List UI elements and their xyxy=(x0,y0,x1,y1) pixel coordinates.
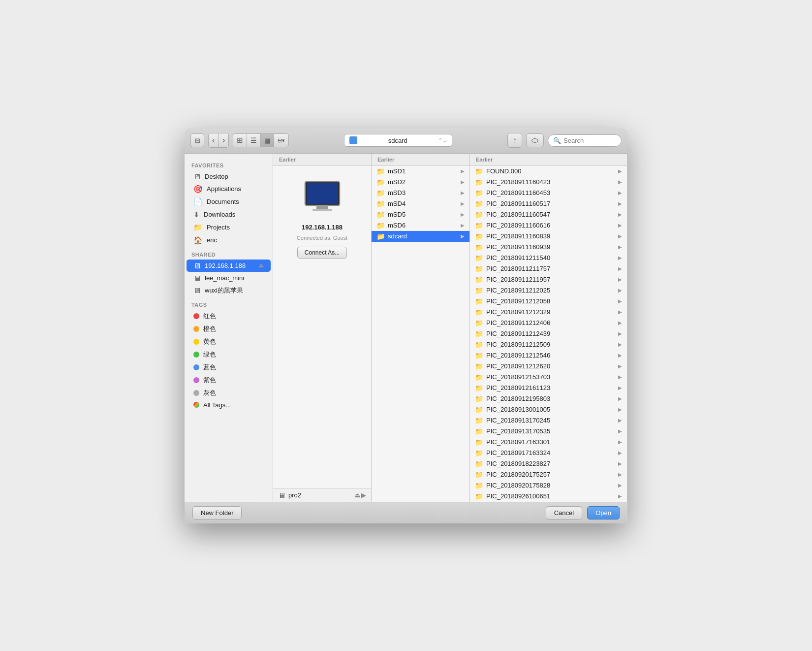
folder-row-mSD6[interactable]: 📁 mSD6 ▶ xyxy=(372,220,469,231)
folder-row-PIC_20180911211957[interactable]: 📁 PIC_20180911211957 ▶ xyxy=(470,274,627,285)
folder-row-FOUND.000[interactable]: 📁 FOUND.000 ▶ xyxy=(470,166,627,177)
folder-row-PIC_20180913170535[interactable]: 📁 PIC_20180913170535 ▶ xyxy=(470,426,627,437)
folder-row-PIC_20180911212546[interactable]: 📁 PIC_20180911212546 ▶ xyxy=(470,350,627,361)
sidebar-item-192[interactable]: 🖥 192.168.1.188 ⏏ xyxy=(187,260,271,272)
folder-row-sdcard[interactable]: 📁 sdcard ▶ xyxy=(372,231,469,242)
folder-row-PIC_20180911160939[interactable]: 📁 PIC_20180911160939 ▶ xyxy=(470,242,627,253)
chevron-icon-PIC_20180911160939: ▶ xyxy=(618,244,622,250)
folder-row-PIC_20180911212439[interactable]: 📁 PIC_20180911212439 ▶ xyxy=(470,328,627,339)
sidebar-item-tag-purple[interactable]: 紫色 xyxy=(187,374,271,387)
folder-row-PIC_20180911212620[interactable]: 📁 PIC_20180911212620 ▶ xyxy=(470,361,627,372)
folder-row-PIC_20180912195803[interactable]: 📁 PIC_20180912195803 ▶ xyxy=(470,393,627,404)
gray-dot-icon xyxy=(193,390,199,396)
sidebar-item-wuxi-label: wuxi的黑苹果 xyxy=(205,286,243,295)
search-bar[interactable]: 🔍 xyxy=(548,134,622,147)
folder-row-mSD1[interactable]: 📁 mSD1 ▶ xyxy=(372,166,469,177)
folder-icon-sdcard: 📁 xyxy=(376,232,385,240)
folder-icon-PIC_20180911212025: 📁 xyxy=(475,287,483,294)
sidebar-item-tag-all[interactable]: All Tags... xyxy=(187,399,271,411)
chevron-icon-mSD3: ▶ xyxy=(461,190,465,195)
folder-row-mSD2[interactable]: 📁 mSD2 ▶ xyxy=(372,177,469,188)
sidebar-item-documents[interactable]: 📄 Documents xyxy=(187,195,271,208)
folder-row-PIC_20180911160547[interactable]: 📁 PIC_20180911160547 ▶ xyxy=(470,209,627,220)
folder-label-PIC_20180911160547: PIC_20180911160547 xyxy=(486,211,550,218)
chevron-icon-PIC_20180911211957: ▶ xyxy=(618,277,622,282)
folder-row-PIC_20180911160839[interactable]: 📁 PIC_20180911160839 ▶ xyxy=(470,231,627,242)
icon-view-button[interactable]: ⊞ xyxy=(233,134,247,147)
folder-row-mSD4[interactable]: 📁 mSD4 ▶ xyxy=(372,198,469,209)
folder-row-PIC_20180913001005[interactable]: 📁 PIC_20180913001005 ▶ xyxy=(470,404,627,415)
back-button[interactable]: ‹ xyxy=(209,133,219,147)
sidebar-item-tag-yellow[interactable]: 黄色 xyxy=(187,335,271,348)
folder-row-PIC_20180912161123[interactable]: 📁 PIC_20180912161123 ▶ xyxy=(470,383,627,393)
tag-button[interactable]: ⬭ xyxy=(526,133,544,147)
pro2-label: pro2 xyxy=(288,491,301,499)
folder-row-PIC_20180926100651[interactable]: 📁 PIC_20180926100651 ▶ xyxy=(470,491,627,502)
folder-row-PIC_20180911212058[interactable]: 📁 PIC_20180911212058 ▶ xyxy=(470,296,627,307)
folder-icon-PIC_20180911212329: 📁 xyxy=(475,308,483,316)
folder-row-PIC_20180911160616[interactable]: 📁 PIC_20180911160616 ▶ xyxy=(470,220,627,231)
chevron-icon-PIC_20180918223827: ▶ xyxy=(618,461,622,466)
sidebar-item-eric[interactable]: 🏠 eric xyxy=(187,234,271,247)
share-button[interactable]: ↑ xyxy=(507,133,522,148)
sidebar-item-lee-mac[interactable]: 🖥 lee_mac_mini xyxy=(187,272,271,284)
folder-icon-PIC_20180911212620: 📁 xyxy=(475,362,483,370)
chevron-icon-PIC_20180912153703: ▶ xyxy=(618,374,622,380)
chevron-pro2-icon[interactable]: ▶ xyxy=(361,491,366,499)
folder-row-PIC_20180911211757[interactable]: 📁 PIC_20180911211757 ▶ xyxy=(470,263,627,274)
folder-row-PIC_20180917163324[interactable]: 📁 PIC_20180917163324 ▶ xyxy=(470,448,627,458)
sidebar-item-desktop[interactable]: 🖥 Desktop xyxy=(187,170,271,183)
eject-pro2-icon[interactable]: ⏏ xyxy=(354,491,360,499)
folder-icon-PIC_20180911160839: 📁 xyxy=(475,232,483,240)
chevron-icon-PIC_20180913001005: ▶ xyxy=(618,407,622,412)
folder-row-PIC_20180920175257[interactable]: 📁 PIC_20180920175257 ▶ xyxy=(470,469,627,480)
new-folder-button[interactable]: New Folder xyxy=(192,506,242,520)
sidebar-item-tag-red[interactable]: 红色 xyxy=(187,310,271,323)
chevron-icon-PIC_20180917163324: ▶ xyxy=(618,450,622,456)
folder-row-PIC_20180920175828[interactable]: 📁 PIC_20180920175828 ▶ xyxy=(470,480,627,491)
sidebar-item-downloads[interactable]: ⬇ Downloads xyxy=(187,208,271,221)
location-arrows-icon: ⌃⌄ xyxy=(438,137,447,144)
open-button[interactable]: Open xyxy=(587,506,620,520)
folder-row-PIC_20180911212025[interactable]: 📁 PIC_20180911212025 ▶ xyxy=(470,285,627,296)
footer: New Folder Cancel Open xyxy=(185,502,627,523)
svg-rect-2 xyxy=(316,205,328,209)
pro2-row[interactable]: 🖥 pro2 ⏏ ▶ xyxy=(273,488,371,502)
folder-row-PIC_20180911212509[interactable]: 📁 PIC_20180911212509 ▶ xyxy=(470,339,627,350)
connect-as-button[interactable]: Connect As... xyxy=(297,247,347,259)
folder-label-PIC_20180926100651: PIC_20180926100651 xyxy=(486,492,550,500)
sidebar-item-wuxi[interactable]: 🖥 wuxi的黑苹果 xyxy=(187,284,271,297)
sidebar-item-tag-gray[interactable]: 灰色 xyxy=(187,387,271,399)
folder-row-PIC_20180918223827[interactable]: 📁 PIC_20180918223827 ▶ xyxy=(470,458,627,469)
chevron-icon-PIC_20180913170535: ▶ xyxy=(618,428,622,434)
sidebar-toggle-button[interactable]: ⊟ xyxy=(190,133,204,147)
folder-row-PIC_20180911160453[interactable]: 📁 PIC_20180911160453 ▶ xyxy=(470,188,627,198)
folder-row-PIC_20180911212406[interactable]: 📁 PIC_20180911212406 ▶ xyxy=(470,318,627,328)
folder-row-mSD5[interactable]: 📁 mSD5 ▶ xyxy=(372,209,469,220)
search-input[interactable] xyxy=(563,137,613,144)
folder-row-PIC_20180911211540[interactable]: 📁 PIC_20180911211540 ▶ xyxy=(470,253,627,263)
eject-icon-192[interactable]: ⏏ xyxy=(258,262,264,269)
sidebar-item-applications[interactable]: 🎯 Applications xyxy=(187,183,271,195)
list-view-button[interactable]: ☰ xyxy=(247,134,261,147)
cancel-button[interactable]: Cancel xyxy=(546,506,582,520)
folder-row-PIC_20180913170245[interactable]: 📁 PIC_20180913170245 ▶ xyxy=(470,415,627,426)
folder-row-mSD3[interactable]: 📁 mSD3 ▶ xyxy=(372,188,469,198)
folder-row-PIC_20180917163301[interactable]: 📁 PIC_20180917163301 ▶ xyxy=(470,437,627,448)
folder-row-PIC_20180912153703[interactable]: 📁 PIC_20180912153703 ▶ xyxy=(470,372,627,383)
sidebar-item-tag-blue[interactable]: 蓝色 xyxy=(187,361,271,374)
group-view-button[interactable]: ⊟▾ xyxy=(274,134,288,147)
col2-header: Earlier xyxy=(372,154,469,166)
folder-label-mSD1: mSD1 xyxy=(388,167,406,175)
column-view-button[interactable]: ▦ xyxy=(261,134,274,147)
folder-row-PIC_20180911212329[interactable]: 📁 PIC_20180911212329 ▶ xyxy=(470,307,627,318)
folder-row-PIC_20180911160423[interactable]: 📁 PIC_20180911160423 ▶ xyxy=(470,177,627,188)
sidebar-item-tag-orange[interactable]: 橙色 xyxy=(187,323,271,335)
sidebar-item-projects[interactable]: 📁 Projects xyxy=(187,221,271,234)
forward-button[interactable]: › xyxy=(219,133,229,147)
folder-label-mSD6: mSD6 xyxy=(388,222,406,229)
sidebar-item-tag-green[interactable]: 绿色 xyxy=(187,348,271,361)
location-bar[interactable]: sdcard ⌃⌄ xyxy=(344,134,452,147)
folder-row-PIC_20180911160517[interactable]: 📁 PIC_20180911160517 ▶ xyxy=(470,198,627,209)
shared-label: Shared xyxy=(185,247,273,260)
